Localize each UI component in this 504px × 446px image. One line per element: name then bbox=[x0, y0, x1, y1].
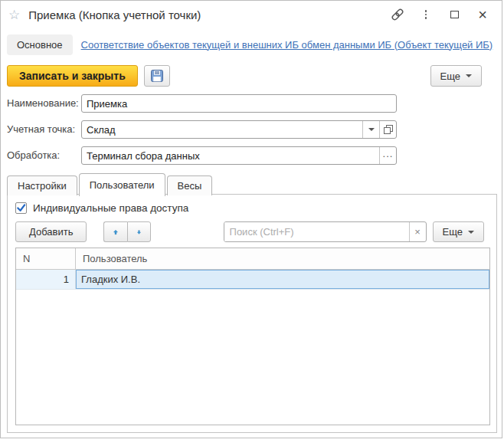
checkbox-checked-icon[interactable] bbox=[15, 202, 27, 214]
more-button-top[interactable]: Еще bbox=[430, 65, 482, 87]
window: ☆ Приемка (Кнопка учетной точки) × bbox=[0, 0, 502, 438]
name-row: Наименование: bbox=[7, 94, 496, 113]
tab-users[interactable]: Пользователи bbox=[79, 173, 165, 196]
more-button-panel[interactable]: Еще bbox=[433, 221, 484, 242]
row-user-cell[interactable]: Гладких И.В. bbox=[76, 270, 489, 289]
floppy-icon bbox=[151, 70, 163, 82]
column-header-user[interactable]: Пользователь bbox=[76, 248, 489, 269]
arrow-up-icon bbox=[113, 227, 118, 238]
processing-choose-button[interactable]: ... bbox=[379, 147, 396, 164]
individual-rights-label: Индивидуальные права доступа bbox=[33, 202, 188, 214]
get-link-icon[interactable] bbox=[391, 8, 404, 21]
tab-settings-label: Настройки bbox=[18, 180, 67, 192]
tab-scales[interactable]: Весы bbox=[167, 175, 213, 195]
tab-strip: Настройки Пользователи Весы bbox=[7, 173, 214, 195]
users-table: N Пользователь 1 Гладких И.В. bbox=[15, 248, 490, 425]
save-button[interactable] bbox=[144, 65, 170, 87]
nav-bar: Основное Соответствие объектов текущей и… bbox=[7, 33, 496, 56]
nav-correspondence-link[interactable]: Соответствие объектов текущей и внешних … bbox=[81, 39, 493, 51]
search-input[interactable] bbox=[224, 222, 409, 241]
point-dropdown-button[interactable] bbox=[362, 121, 379, 138]
maximize-icon[interactable] bbox=[447, 8, 461, 21]
move-down-button[interactable] bbox=[127, 221, 151, 242]
chevron-down-icon bbox=[466, 74, 472, 77]
point-field-wrap bbox=[81, 120, 397, 139]
title-bar: ☆ Приемка (Кнопка учетной точки) × bbox=[1, 1, 502, 28]
processing-input[interactable] bbox=[82, 147, 379, 164]
more-button-panel-label: Еще bbox=[443, 226, 463, 238]
users-panel: Индивидуальные права доступа Добавить × bbox=[7, 194, 497, 433]
tab-scales-label: Весы bbox=[178, 180, 202, 192]
add-button[interactable]: Добавить bbox=[15, 221, 87, 242]
move-up-button[interactable] bbox=[103, 221, 127, 242]
nav-main-tab[interactable]: Основное bbox=[7, 34, 73, 55]
point-open-button[interactable] bbox=[379, 121, 396, 138]
window-title: Приемка (Кнопка учетной точки) bbox=[28, 8, 201, 21]
arrow-down-icon bbox=[137, 227, 141, 238]
chevron-down-icon bbox=[468, 231, 474, 234]
point-label: Учетная точка: bbox=[7, 120, 75, 139]
name-label: Наименование: bbox=[7, 94, 79, 113]
tab-settings[interactable]: Настройки bbox=[7, 175, 77, 195]
chevron-down-icon bbox=[368, 128, 375, 131]
point-input[interactable] bbox=[82, 121, 362, 138]
processing-label: Обработка: bbox=[7, 146, 60, 165]
search-field-wrap: × bbox=[224, 221, 427, 242]
row-number-cell[interactable]: 1 bbox=[16, 270, 76, 289]
users-toolbar: Добавить × Еще bbox=[15, 221, 484, 242]
favorite-star-icon[interactable]: ☆ bbox=[8, 8, 20, 21]
users-table-header: N Пользователь bbox=[16, 248, 489, 270]
search-clear-icon[interactable]: × bbox=[409, 222, 426, 241]
open-squares-icon bbox=[383, 124, 394, 135]
tab-users-label: Пользователи bbox=[90, 179, 155, 191]
save-and-close-button[interactable]: Записать и закрыть bbox=[7, 65, 138, 87]
close-icon[interactable]: × bbox=[476, 8, 489, 21]
command-bar: Записать и закрыть Еще bbox=[7, 65, 482, 87]
individual-rights-checkbox-row[interactable]: Индивидуальные права доступа bbox=[15, 202, 188, 214]
column-header-n[interactable]: N bbox=[16, 248, 76, 269]
reorder-buttons bbox=[103, 221, 151, 242]
processing-field-wrap: ... bbox=[81, 146, 397, 165]
processing-row: Обработка: ... bbox=[7, 146, 496, 165]
more-menu-icon[interactable] bbox=[419, 8, 433, 21]
point-row: Учетная точка: bbox=[7, 120, 496, 139]
table-row[interactable]: 1 Гладких И.В. bbox=[16, 270, 489, 290]
name-input[interactable] bbox=[82, 95, 396, 112]
more-button-top-label: Еще bbox=[440, 71, 460, 82]
name-field-wrap bbox=[81, 94, 397, 113]
